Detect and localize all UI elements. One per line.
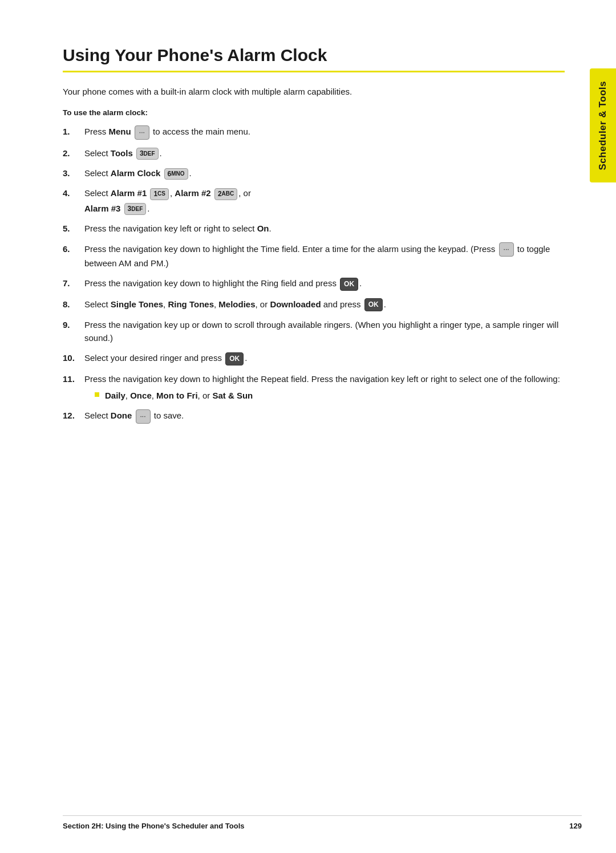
step-2-bold: Tools bbox=[111, 148, 133, 158]
step-5-bold: On bbox=[257, 224, 269, 233]
step-4-alarm1: Alarm #1 bbox=[111, 188, 147, 198]
side-tab: Scheduler & Tools bbox=[590, 68, 616, 182]
step-7-content: Press the navigation key down to highlig… bbox=[84, 277, 565, 290]
step-10: 10. Select your desired ringer and press… bbox=[63, 351, 565, 365]
intro-text: Your phone comes with a built-in alarm c… bbox=[63, 85, 565, 98]
page-title: Using Your Phone's Alarm Clock bbox=[63, 46, 565, 65]
step-5-content: Press the navigation key left or right t… bbox=[84, 222, 565, 235]
side-tab-label: Scheduler & Tools bbox=[597, 81, 609, 170]
alarm2-key: 2 ABC bbox=[214, 188, 237, 200]
ok-key-7: OK bbox=[340, 278, 358, 291]
step-8-bold4: Downloaded bbox=[270, 299, 321, 309]
step-12-bold: Done bbox=[111, 411, 132, 420]
step-9-content: Press the navigation key up or down to s… bbox=[84, 318, 565, 345]
step-12-num: 12. bbox=[63, 409, 84, 422]
step-6: 6. Press the navigation key down to high… bbox=[63, 242, 565, 270]
step-8-bold3: Melodies bbox=[218, 299, 255, 309]
step-12-content: Select Done ··· to save. bbox=[84, 409, 565, 423]
step-4-content: Select Alarm #1 1 CS, Alarm #2 2 ABC, or… bbox=[84, 186, 565, 215]
step-2-content: Select Tools 3 DEF. bbox=[84, 147, 565, 160]
page-container: Scheduler & Tools Using Your Phone's Ala… bbox=[0, 0, 616, 853]
step-6-num: 6. bbox=[63, 242, 84, 255]
step-9-num: 9. bbox=[63, 318, 84, 331]
sub-bullet-text: Daily, Once, Mon to Fri, or Sat & Sun bbox=[105, 389, 253, 402]
step-8-num: 8. bbox=[63, 298, 84, 311]
footer-section-text: Section 2H: Using the Phone's Scheduler … bbox=[63, 822, 245, 830]
sub-bullets: Daily, Once, Mon to Fri, or Sat & Sun bbox=[95, 389, 565, 402]
step-2: 2. Select Tools 3 DEF. bbox=[63, 147, 565, 160]
section-label: To use the alarm clock: bbox=[63, 108, 565, 117]
menu-key: ··· bbox=[135, 125, 149, 140]
ok-key-8: OK bbox=[364, 298, 383, 311]
step-10-num: 10. bbox=[63, 351, 84, 364]
page-footer: Section 2H: Using the Phone's Scheduler … bbox=[63, 815, 582, 830]
step-6-content: Press the navigation key down to highlig… bbox=[84, 242, 565, 270]
step-8: 8. Select Single Tones, Ring Tones, Melo… bbox=[63, 298, 565, 311]
step-8-bold1: Single Tones bbox=[111, 299, 163, 309]
step-5-num: 5. bbox=[63, 222, 84, 235]
toggle-key: ··· bbox=[499, 242, 514, 257]
sub-bullet-1: Daily, Once, Mon to Fri, or Sat & Sun bbox=[95, 389, 565, 402]
alarm3-key: 3 DEF bbox=[124, 203, 147, 215]
step-1-num: 1. bbox=[63, 125, 84, 138]
step-8-content: Select Single Tones, Ring Tones, Melodie… bbox=[84, 298, 565, 311]
step-1: 1. Press Menu ··· to access the main men… bbox=[63, 125, 565, 139]
step-2-num: 2. bbox=[63, 147, 84, 160]
ok-key-10: OK bbox=[225, 352, 244, 365]
step-4: 4. Select Alarm #1 1 CS, Alarm #2 2 ABC,… bbox=[63, 186, 565, 215]
step-1-bold: Menu bbox=[109, 127, 131, 136]
step-3-bold: Alarm Clock bbox=[111, 168, 161, 178]
done-key: ··· bbox=[136, 409, 151, 424]
step-3: 3. Select Alarm Clock 6 MNO. bbox=[63, 166, 565, 180]
step-11: 11. Press the navigation key down to hig… bbox=[63, 372, 565, 403]
step-12: 12. Select Done ··· to save. bbox=[63, 409, 565, 423]
step-4-alarm3: Alarm #3 bbox=[84, 204, 120, 213]
bullet-icon bbox=[95, 392, 99, 397]
step-1-content: Press Menu ··· to access the main menu. bbox=[84, 125, 565, 139]
alarm-clock-key: 6 MNO bbox=[164, 168, 188, 180]
title-underline bbox=[63, 71, 565, 72]
step-11-content: Press the navigation key down to highlig… bbox=[84, 372, 565, 403]
step-7: 7. Press the navigation key down to high… bbox=[63, 277, 565, 290]
step-3-content: Select Alarm Clock 6 MNO. bbox=[84, 166, 565, 180]
step-10-content: Select your desired ringer and press OK. bbox=[84, 351, 565, 365]
step-7-num: 7. bbox=[63, 277, 84, 290]
step-8-bold2: Ring Tones bbox=[168, 299, 214, 309]
tools-key: 3 DEF bbox=[136, 148, 159, 160]
step-11-num: 11. bbox=[63, 372, 84, 385]
step-4-alarm2: Alarm #2 bbox=[175, 188, 210, 198]
step-3-num: 3. bbox=[63, 166, 84, 180]
step-5: 5. Press the navigation key left or righ… bbox=[63, 222, 565, 235]
step-4-num: 4. bbox=[63, 186, 84, 200]
step-9: 9. Press the navigation key up or down t… bbox=[63, 318, 565, 345]
alarm1-key: 1 CS bbox=[150, 188, 169, 200]
footer-page-number: 129 bbox=[569, 822, 582, 830]
steps-list: 1. Press Menu ··· to access the main men… bbox=[63, 125, 565, 423]
